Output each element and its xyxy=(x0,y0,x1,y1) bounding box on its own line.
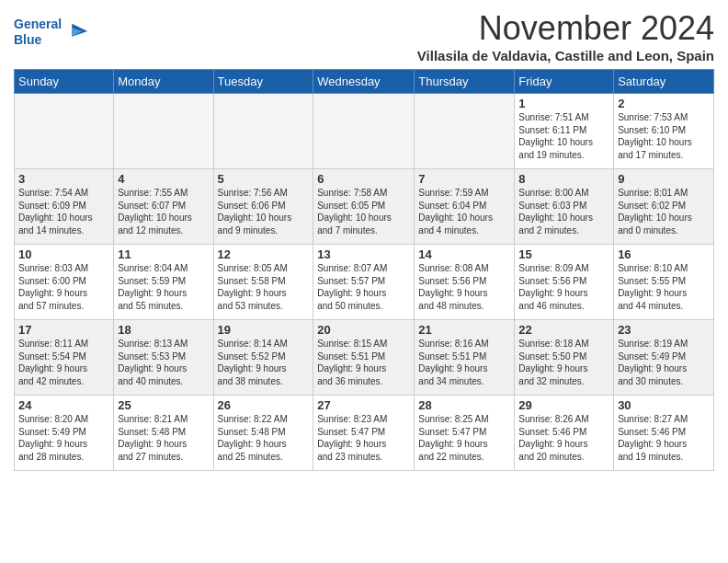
day-number: 6 xyxy=(317,172,410,186)
calendar-day: 13Sunrise: 8:07 AM Sunset: 5:57 PM Dayli… xyxy=(313,245,415,320)
day-number: 14 xyxy=(418,247,510,261)
calendar-day: 30Sunrise: 8:27 AM Sunset: 5:46 PM Dayli… xyxy=(614,396,714,471)
day-number: 1 xyxy=(518,97,609,110)
calendar-day: 16Sunrise: 8:10 AM Sunset: 5:55 PM Dayli… xyxy=(614,245,714,320)
day-number: 23 xyxy=(618,323,710,337)
day-info: Sunrise: 8:21 AM Sunset: 5:48 PM Dayligh… xyxy=(118,413,209,463)
weekday-header-sunday: Sunday xyxy=(15,70,114,94)
day-number: 12 xyxy=(218,247,310,261)
day-info: Sunrise: 8:23 AM Sunset: 5:47 PM Dayligh… xyxy=(317,413,410,463)
day-info: Sunrise: 7:56 AM Sunset: 6:06 PM Dayligh… xyxy=(218,187,310,236)
day-number: 8 xyxy=(518,172,609,186)
calendar-day xyxy=(313,94,415,169)
day-info: Sunrise: 8:15 AM Sunset: 5:51 PM Dayligh… xyxy=(317,338,410,387)
logo: General Blue xyxy=(14,17,89,48)
weekday-header-tuesday: Tuesday xyxy=(213,70,313,94)
day-number: 27 xyxy=(317,398,410,412)
day-info: Sunrise: 8:03 AM Sunset: 6:00 PM Dayligh… xyxy=(18,262,109,312)
day-info: Sunrise: 8:14 AM Sunset: 5:52 PM Dayligh… xyxy=(218,338,310,387)
calendar-day: 27Sunrise: 8:23 AM Sunset: 5:47 PM Dayli… xyxy=(313,396,415,471)
day-info: Sunrise: 7:59 AM Sunset: 6:04 PM Dayligh… xyxy=(418,187,510,236)
day-info: Sunrise: 8:10 AM Sunset: 5:55 PM Dayligh… xyxy=(618,262,710,312)
day-info: Sunrise: 8:11 AM Sunset: 5:54 PM Dayligh… xyxy=(18,338,109,387)
day-info: Sunrise: 8:05 AM Sunset: 5:58 PM Dayligh… xyxy=(218,262,310,312)
day-number: 25 xyxy=(118,398,209,412)
day-number: 9 xyxy=(618,172,710,186)
day-info: Sunrise: 8:20 AM Sunset: 5:49 PM Dayligh… xyxy=(18,413,109,463)
calendar-day: 29Sunrise: 8:26 AM Sunset: 5:46 PM Dayli… xyxy=(515,396,614,471)
calendar-day xyxy=(213,94,313,169)
day-number: 2 xyxy=(618,97,710,110)
logo-text-blue: Blue xyxy=(14,32,41,47)
weekday-header-thursday: Thursday xyxy=(415,70,515,94)
calendar-day: 2Sunrise: 7:53 AM Sunset: 6:10 PM Daylig… xyxy=(614,94,714,169)
title-area: November 2024 Villasila de Valdavia, Cas… xyxy=(417,9,714,63)
day-info: Sunrise: 8:04 AM Sunset: 5:59 PM Dayligh… xyxy=(118,262,209,312)
day-info: Sunrise: 8:08 AM Sunset: 5:56 PM Dayligh… xyxy=(418,262,510,312)
calendar-day: 23Sunrise: 8:19 AM Sunset: 5:49 PM Dayli… xyxy=(614,320,714,396)
day-info: Sunrise: 8:26 AM Sunset: 5:46 PM Dayligh… xyxy=(518,413,609,463)
day-info: Sunrise: 8:25 AM Sunset: 5:47 PM Dayligh… xyxy=(418,413,510,463)
day-info: Sunrise: 8:13 AM Sunset: 5:53 PM Dayligh… xyxy=(118,338,209,387)
calendar-day: 4Sunrise: 7:55 AM Sunset: 6:07 PM Daylig… xyxy=(114,169,213,245)
day-number: 28 xyxy=(418,398,510,412)
day-info: Sunrise: 7:54 AM Sunset: 6:09 PM Dayligh… xyxy=(18,187,109,236)
calendar-table: SundayMondayTuesdayWednesdayThursdayFrid… xyxy=(14,69,714,471)
calendar-day: 22Sunrise: 8:18 AM Sunset: 5:50 PM Dayli… xyxy=(515,320,614,396)
day-number: 13 xyxy=(317,247,410,261)
day-number: 19 xyxy=(218,323,310,337)
calendar-header-row: SundayMondayTuesdayWednesdayThursdayFrid… xyxy=(15,70,714,94)
calendar-day: 24Sunrise: 8:20 AM Sunset: 5:49 PM Dayli… xyxy=(15,396,114,471)
day-info: Sunrise: 8:09 AM Sunset: 5:56 PM Dayligh… xyxy=(518,262,609,312)
calendar-day: 17Sunrise: 8:11 AM Sunset: 5:54 PM Dayli… xyxy=(15,320,114,396)
logo-text-general: General xyxy=(14,17,62,31)
calendar-week-row: 3Sunrise: 7:54 AM Sunset: 6:09 PM Daylig… xyxy=(15,169,714,245)
logo-icon xyxy=(63,19,89,45)
calendar-day: 12Sunrise: 8:05 AM Sunset: 5:58 PM Dayli… xyxy=(213,245,313,320)
day-number: 15 xyxy=(518,247,609,261)
day-number: 7 xyxy=(418,172,510,186)
day-number: 18 xyxy=(118,323,209,337)
day-info: Sunrise: 7:51 AM Sunset: 6:11 PM Dayligh… xyxy=(518,111,609,161)
weekday-header-friday: Friday xyxy=(515,70,614,94)
calendar-day: 26Sunrise: 8:22 AM Sunset: 5:48 PM Dayli… xyxy=(213,396,313,471)
day-info: Sunrise: 7:55 AM Sunset: 6:07 PM Dayligh… xyxy=(118,187,209,236)
day-number: 11 xyxy=(118,247,209,261)
calendar-day xyxy=(415,94,515,169)
calendar-day: 19Sunrise: 8:14 AM Sunset: 5:52 PM Dayli… xyxy=(213,320,313,396)
day-number: 5 xyxy=(218,172,310,186)
calendar-day: 15Sunrise: 8:09 AM Sunset: 5:56 PM Dayli… xyxy=(515,245,614,320)
calendar-day: 14Sunrise: 8:08 AM Sunset: 5:56 PM Dayli… xyxy=(415,245,515,320)
day-number: 30 xyxy=(618,398,710,412)
calendar-day: 5Sunrise: 7:56 AM Sunset: 6:06 PM Daylig… xyxy=(213,169,313,245)
calendar-day: 25Sunrise: 8:21 AM Sunset: 5:48 PM Dayli… xyxy=(114,396,213,471)
calendar-day: 21Sunrise: 8:16 AM Sunset: 5:51 PM Dayli… xyxy=(415,320,515,396)
day-info: Sunrise: 8:00 AM Sunset: 6:03 PM Dayligh… xyxy=(518,187,609,236)
day-number: 10 xyxy=(18,247,109,261)
day-number: 20 xyxy=(317,323,410,337)
day-number: 16 xyxy=(618,247,710,261)
day-number: 26 xyxy=(218,398,310,412)
day-number: 24 xyxy=(18,398,109,412)
calendar-day: 8Sunrise: 8:00 AM Sunset: 6:03 PM Daylig… xyxy=(515,169,614,245)
calendar-week-row: 1Sunrise: 7:51 AM Sunset: 6:11 PM Daylig… xyxy=(15,94,714,169)
weekday-header-monday: Monday xyxy=(114,70,213,94)
location-title: Villasila de Valdavia, Castille and Leon… xyxy=(417,48,714,63)
calendar-week-row: 24Sunrise: 8:20 AM Sunset: 5:49 PM Dayli… xyxy=(15,396,714,471)
page-header: General Blue November 2024 Villasila de … xyxy=(14,9,714,63)
month-title: November 2024 xyxy=(417,9,714,48)
day-info: Sunrise: 7:53 AM Sunset: 6:10 PM Dayligh… xyxy=(618,111,710,161)
calendar-day: 3Sunrise: 7:54 AM Sunset: 6:09 PM Daylig… xyxy=(15,169,114,245)
day-info: Sunrise: 8:22 AM Sunset: 5:48 PM Dayligh… xyxy=(218,413,310,463)
day-info: Sunrise: 7:58 AM Sunset: 6:05 PM Dayligh… xyxy=(317,187,410,236)
calendar-day xyxy=(15,94,114,169)
weekday-header-saturday: Saturday xyxy=(614,70,714,94)
day-number: 17 xyxy=(18,323,109,337)
calendar-day: 20Sunrise: 8:15 AM Sunset: 5:51 PM Dayli… xyxy=(313,320,415,396)
day-info: Sunrise: 8:19 AM Sunset: 5:49 PM Dayligh… xyxy=(618,338,710,387)
calendar-day: 18Sunrise: 8:13 AM Sunset: 5:53 PM Dayli… xyxy=(114,320,213,396)
day-number: 29 xyxy=(518,398,609,412)
calendar-day: 6Sunrise: 7:58 AM Sunset: 6:05 PM Daylig… xyxy=(313,169,415,245)
day-info: Sunrise: 8:27 AM Sunset: 5:46 PM Dayligh… xyxy=(618,413,710,463)
calendar-day: 28Sunrise: 8:25 AM Sunset: 5:47 PM Dayli… xyxy=(415,396,515,471)
